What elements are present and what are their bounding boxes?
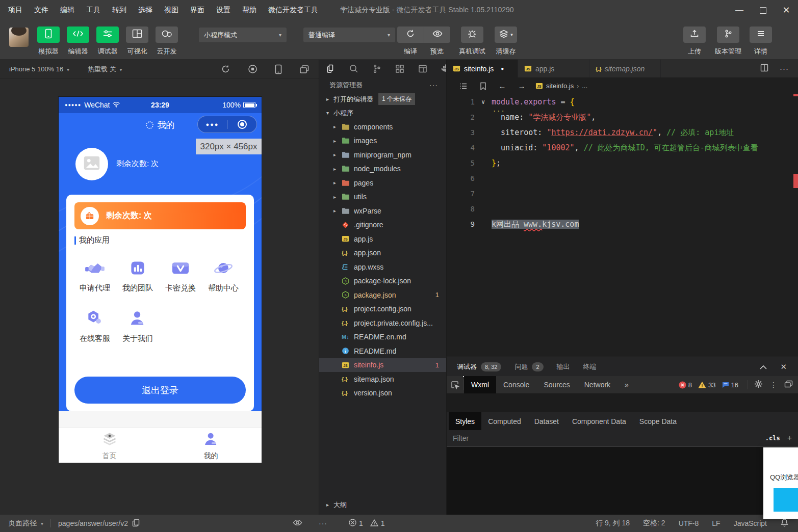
mode-select[interactable]: 小程序模式 ▾ — [199, 28, 287, 42]
app-grid-item[interactable]: 我的团队 — [116, 258, 159, 293]
undock-icon[interactable] — [784, 380, 793, 390]
more-actions-icon[interactable]: ··· — [319, 519, 327, 527]
file-tree-row[interactable]: .gitignore — [319, 218, 446, 232]
debugger-panel-tab[interactable]: 终端 — [583, 357, 597, 376]
more-actions-icon[interactable]: ··· — [429, 81, 438, 89]
toggle-class-button[interactable]: .cls — [765, 435, 780, 442]
file-tree-row[interactable]: S package-lock.json — [319, 274, 446, 288]
encoding[interactable]: UTF-8 — [679, 519, 699, 527]
layout-panel-icon[interactable] — [418, 64, 428, 74]
code-line[interactable]: 3 siteroot: "https://dati.zdzyw.cn/", //… — [447, 125, 798, 140]
page-path-value[interactable]: pages/answer/user/v2 — [58, 519, 128, 527]
warning-count[interactable]: 33 — [698, 381, 715, 389]
device-frame-icon[interactable] — [275, 64, 282, 74]
file-tree-row[interactable]: ▸ wxParse — [319, 204, 446, 218]
restart-icon[interactable] — [221, 64, 230, 74]
file-tree-row[interactable]: ▸ node_modules — [319, 162, 446, 176]
folded-hint-dots[interactable]: ··· — [493, 108, 505, 115]
code-line[interactable]: 4 uniacid: "10002", // 此处为商城ID, 可在超管后台-商… — [447, 140, 798, 155]
close-panel-icon[interactable]: ✕ — [780, 362, 787, 371]
close-miniprogram-icon[interactable] — [227, 120, 256, 129]
code-line[interactable]: 6 — [447, 171, 798, 186]
code-line[interactable]: 7 — [447, 186, 798, 201]
extensions-icon[interactable] — [395, 64, 405, 74]
modified-dot-icon[interactable]: ● — [501, 66, 504, 71]
navigate-back-icon[interactable]: ← — [493, 82, 512, 90]
menu-item[interactable]: 文件 — [34, 6, 48, 15]
devtools-tab[interactable]: Sources — [536, 376, 577, 393]
cursor-position[interactable]: 行 9, 列 18 — [596, 519, 630, 528]
file-tree-row[interactable]: S package.json 1 — [319, 288, 446, 302]
bookmark-icon[interactable] — [473, 82, 493, 90]
menu-item[interactable]: 设置 — [216, 6, 230, 15]
page-path-label[interactable]: 页面路径 — [8, 519, 37, 528]
menu-item[interactable]: 编辑 — [60, 6, 74, 15]
kebab-menu-icon[interactable]: ⋮ — [770, 381, 777, 389]
popup-action-button[interactable] — [774, 488, 798, 512]
code-line[interactable]: 8 — [447, 201, 798, 217]
multi-window-icon[interactable] — [299, 65, 310, 74]
expand-arrow-icon[interactable]: ▸ — [333, 194, 342, 200]
file-tree-row[interactable]: app.wxss — [319, 260, 446, 274]
expand-arrow-icon[interactable]: ▸ — [333, 208, 342, 214]
files-icon[interactable] — [326, 64, 336, 74]
version-control-button[interactable]: 版本管理 — [710, 26, 746, 56]
upload-button[interactable]: 上传 — [679, 26, 710, 56]
outline-list-icon[interactable] — [454, 83, 473, 90]
code-line[interactable]: 9k网出品 www.kjsv.com — [447, 217, 798, 232]
add-style-button[interactable]: + — [787, 434, 792, 443]
devtools-tab[interactable]: Network — [577, 376, 617, 393]
clear-cache-button[interactable]: ▾ 清缓存 — [489, 26, 523, 56]
compile-mode-select[interactable]: 普通编译 ▾ — [303, 28, 395, 42]
expand-arrow-icon[interactable]: ▸ — [333, 152, 342, 157]
minimize-button[interactable]: — — [728, 0, 751, 20]
user-avatar[interactable] — [9, 28, 29, 47]
close-button[interactable]: ✕ — [775, 0, 798, 20]
project-root-section[interactable]: ▾ 小程序 — [319, 106, 446, 120]
settings-gear-icon[interactable] — [754, 380, 763, 390]
device-select[interactable]: iPhone 5 100% 16 ▾ — [9, 65, 69, 73]
menu-item[interactable]: 项目 — [8, 6, 22, 15]
file-tree-row[interactable]: {..} project.config.json — [319, 302, 446, 316]
split-editor-icon[interactable] — [760, 64, 768, 74]
more-actions-icon[interactable]: ··· — [780, 64, 789, 73]
debugger-panel-tab[interactable]: 输出 — [557, 357, 570, 376]
file-tree-row[interactable]: {..} project.private.config.js... — [319, 316, 446, 330]
remote-debug-button[interactable]: 真机调试 — [455, 26, 489, 56]
toolbar-toggle-button[interactable]: 可视化 — [122, 26, 152, 56]
toolbar-toggle-button[interactable]: 云开发 — [152, 26, 182, 56]
menu-item[interactable]: 转到 — [112, 6, 126, 15]
toolbar-toggle-button[interactable]: 编辑器 — [63, 26, 93, 56]
hot-reload-toggle[interactable]: 热重载 关 ▾ — [88, 65, 122, 74]
code-line[interactable]: 5}; — [447, 155, 798, 171]
collapse-panel-icon[interactable] — [760, 362, 767, 371]
phone-tab[interactable]: 首页 — [59, 428, 160, 463]
menu-item[interactable]: 微信开发者工具 — [268, 6, 318, 15]
remaining-banner[interactable]: 剩余次数: 次 — [74, 202, 246, 229]
search-icon[interactable] — [349, 64, 359, 74]
navigate-forward-icon[interactable]: → — [512, 82, 531, 90]
eye-icon[interactable] — [293, 519, 302, 527]
copy-icon[interactable] — [132, 519, 140, 528]
error-count[interactable]: 8 — [679, 381, 692, 389]
style-tab[interactable]: Scope Data — [633, 415, 683, 428]
file-tree-row[interactable]: JS siteinfo.js 1 — [319, 358, 446, 373]
file-tree-row[interactable]: {..} sitemap.json — [319, 372, 446, 386]
menu-item[interactable]: 工具 — [86, 6, 100, 15]
editor-tab[interactable]: {..}sitemap.json — [589, 60, 661, 77]
problems-summary[interactable]: 1 1 — [349, 519, 385, 528]
devtools-tab[interactable]: » — [617, 376, 636, 393]
inspect-element-icon[interactable] — [447, 379, 464, 390]
file-tree-row[interactable]: ▸ images — [319, 134, 446, 148]
menu-item[interactable]: 选择 — [138, 6, 152, 15]
fold-arrow-icon[interactable]: ∨ — [475, 98, 492, 105]
indentation[interactable]: 空格: 2 — [643, 519, 665, 528]
source-control-icon[interactable] — [372, 64, 382, 74]
expand-arrow-icon[interactable]: ▸ — [333, 180, 342, 185]
app-grid-item[interactable]: 申请代理 — [73, 258, 116, 293]
filter-input[interactable]: Filter — [453, 434, 469, 442]
file-tree-row[interactable]: M↓ README.en.md — [319, 330, 446, 344]
devtools-tab[interactable]: Wxml — [464, 376, 496, 393]
menu-item[interactable]: 视图 — [164, 6, 178, 15]
editor-tab[interactable]: JSapp.js — [518, 60, 589, 77]
